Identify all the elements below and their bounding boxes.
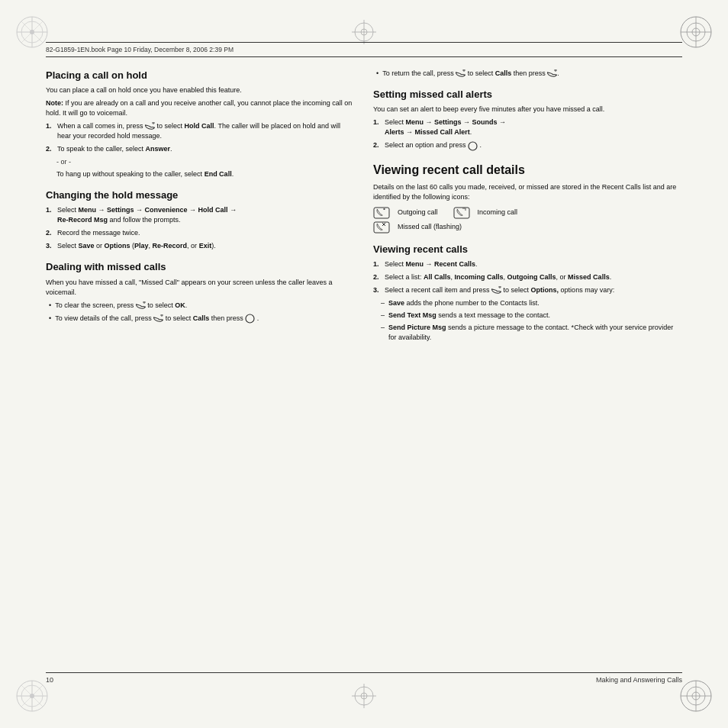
recent-item-3: 3. Select a recent call item and press t… [373,285,682,295]
viewing-details-body: Details on the last 60 calls you made, r… [373,182,682,202]
missed-call-label: Missed call (flashing) [398,222,462,232]
dash-save: – Save adds the phone number to the Cont… [373,298,682,308]
svg-rect-47 [454,208,469,218]
dash-send-text: – Send Text Msg sends a text message to … [373,311,682,321]
svg-point-14 [30,694,34,698]
svg-line-6 [21,21,43,43]
section-changing-title: Changing the hold message [46,188,355,202]
svg-point-0 [17,17,47,47]
svg-point-43 [469,142,477,150]
note-body: If you are already on a call and you rec… [46,99,352,117]
alerts-item-2: 2. Select an option and press . [373,140,682,150]
placing-item-1: 1. When a call comes in, press to select… [46,121,355,141]
incoming-icon-svg [453,207,470,219]
phone-icon-5 [547,69,557,78]
header-bar: 82-G1859-1EN.book Page 10 Friday, Decemb… [46,42,682,57]
placing-body1: You can place a call on hold once you ha… [46,85,355,95]
changing-item-2: 2. Record the message twice. [46,228,355,238]
dealing-bullet-1: • To clear the screen, press to select O… [46,301,355,311]
phone-icon-1 [145,122,155,130]
phone-icon-6 [491,286,501,295]
alerts-body: You can set an alert to beep every five … [373,105,682,114]
svg-line-17 [21,685,43,707]
svg-point-8 [687,23,705,41]
outgoing-call-label: Outgoing call [398,208,438,217]
incoming-call-label: Incoming call [478,208,518,217]
phone-icon-3 [153,314,163,323]
or-line: - or - [56,157,355,167]
note-label: Note: [46,99,63,107]
svg-point-29 [361,29,367,35]
phone-icon-2 [136,301,146,310]
missed-call-icon [373,221,390,234]
right-bullet-return: • To return the call, press to select Ca… [373,69,682,79]
svg-point-25 [361,693,367,699]
dash-send-picture: – Send Picture Msg sends a picture messa… [373,323,682,343]
svg-point-20 [687,687,705,705]
phone-icon-4 [456,69,465,78]
right-column: • To return the call, press to select Ca… [373,69,682,667]
svg-line-5 [21,21,43,43]
recent-item-1: 1. Select Menu → Recent Calls. [373,259,682,269]
svg-rect-44 [374,208,389,218]
page: 82-G1859-1EN.book Page 10 Friday, Decemb… [0,0,728,728]
icon-row-1: Outgoing call Incoming call [373,207,682,219]
placing-sub: To hang up without speaking to the calle… [46,169,355,179]
svg-rect-50 [374,222,389,233]
changing-item-3: 3. Select Save or Options (Play, Re-Reco… [46,241,355,251]
svg-point-24 [355,687,373,705]
header-text: 82-G1859-1EN.book Page 10 Friday, Decemb… [46,46,234,53]
dealing-body: When you have missed a call, "Missed Cal… [46,278,355,298]
section-viewing-details-title: Viewing recent call details [373,162,682,179]
icon-row-2: Missed call (flashing) [373,221,682,234]
placing-note: Note: If you are already on a call and y… [46,98,355,118]
svg-point-28 [355,23,373,41]
changing-item-1: 1. Select Menu → Settings → Convenience … [46,205,355,225]
ok-icon-2 [468,141,478,151]
svg-point-2 [30,30,34,34]
footer-section-title: Making and Answering Calls [596,676,682,684]
svg-point-12 [17,681,47,711]
ok-icon-1 [245,314,255,324]
placing-item-2: 2. To speak to the caller, select Answer… [46,144,355,154]
section-alerts-title: Setting missed call alerts [373,88,682,101]
svg-point-13 [21,685,43,707]
incoming-call-icon [453,207,470,219]
footer-page-number: 10 [46,676,53,684]
section-placing-title: Placing a call on hold [46,69,355,82]
svg-line-18 [21,685,43,707]
recent-item-2: 2. Select a list: All Calls, Incoming Ca… [373,272,682,282]
svg-point-21 [692,692,700,700]
alerts-item-1: 1. Select Menu → Settings → Sounds →Aler… [373,118,682,137]
svg-point-19 [681,681,711,711]
outgoing-call-icon [373,207,390,219]
left-column: Placing a call on hold You can place a c… [46,69,355,667]
content-area: Placing a call on hold You can place a c… [46,69,682,667]
svg-point-1 [21,21,43,43]
footer-bar: 10 Making and Answering Calls [46,672,682,686]
svg-point-9 [692,28,700,36]
svg-point-7 [681,17,711,47]
dealing-bullet-2: • To view details of the call, press to … [46,314,355,324]
outgoing-icon-svg [373,207,390,219]
section-viewing-calls-title: Viewing recent calls [373,243,682,256]
section-dealing-title: Dealing with missed calls [46,260,355,274]
svg-point-38 [246,314,254,323]
missed-icon-svg [373,221,390,234]
